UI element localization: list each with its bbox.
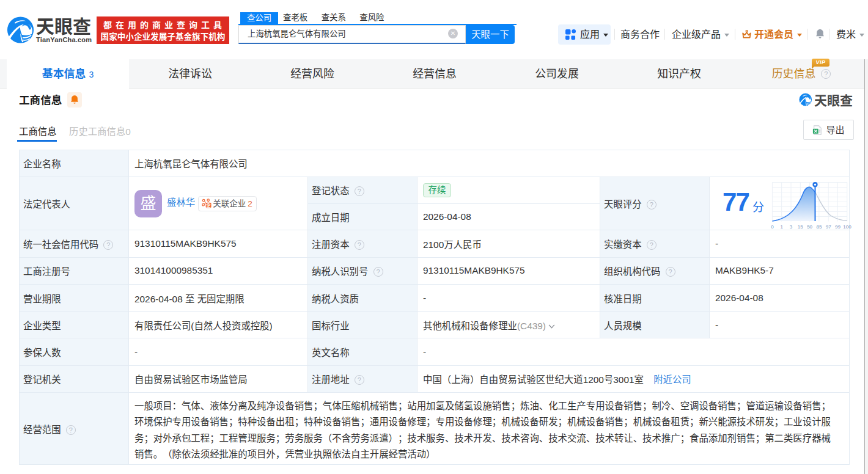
svg-text:15: 15 [798, 224, 803, 230]
svg-text:100: 100 [843, 224, 851, 230]
svg-text:0: 0 [771, 224, 774, 230]
svg-text:99: 99 [835, 224, 840, 230]
svg-text:97: 97 [826, 224, 831, 230]
svg-text:1: 1 [780, 224, 783, 230]
svg-text:企: 企 [207, 202, 211, 208]
svg-text:3: 3 [790, 224, 793, 230]
svg-text:85: 85 [816, 224, 822, 230]
svg-text:50: 50 [807, 224, 812, 230]
